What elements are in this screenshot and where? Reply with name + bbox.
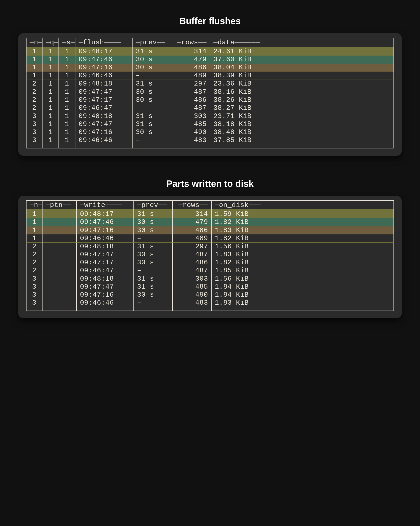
cell-n: 1 (26, 209, 42, 218)
cell-q: 1 (42, 136, 59, 144)
cell-n: 1 (26, 226, 42, 234)
cell-prev: 31 s (134, 275, 173, 283)
cell-on_disk: 1.84 KiB (212, 283, 394, 291)
cell-on_disk: 1.59 KiB (212, 209, 394, 218)
cell-flush: 09:48:18 (75, 112, 133, 120)
cell-rows: 485 (173, 283, 212, 291)
cell-write: 09:46:47 (77, 267, 134, 275)
cell-on_disk: 1.84 KiB (212, 291, 394, 299)
cell-q: 1 (42, 64, 59, 71)
section-title-parts: Parts written to disk (18, 179, 402, 189)
cell-rows: 314 (171, 47, 210, 56)
cell-s: 1 (59, 96, 75, 104)
table-footer-cell (77, 307, 134, 311)
cell-on_disk: 1.83 KiB (212, 251, 394, 259)
cell-rows: 487 (171, 88, 210, 96)
table-footer-cell (42, 307, 77, 311)
cell-s: 1 (59, 56, 75, 64)
cell-prev: – (134, 267, 173, 275)
cell-s: 1 (59, 128, 75, 136)
cell-data: 37.85 KiB (210, 136, 394, 144)
cell-flush: 09:47:46 (75, 56, 133, 64)
cell-data: 38.04 KiB (210, 64, 394, 71)
cell-n: 2 (26, 88, 42, 96)
cell-data: 23.36 KiB (210, 80, 394, 88)
cell-n: 1 (26, 234, 42, 243)
cell-data: 38.16 KiB (210, 88, 394, 96)
cell-rows: 486 (173, 226, 212, 234)
table-footer-cell (26, 144, 42, 148)
cell-prev: 30 s (134, 251, 173, 259)
table-row: 109:47:1630 s4861.83 KiB (26, 226, 394, 234)
table-row: 11109:46:46–48938.39 KiB (26, 71, 394, 80)
table-row: 209:48:1831 s2971.56 KiB (26, 243, 394, 251)
cell-data: 24.61 KiB (210, 47, 394, 56)
cell-ptn (42, 251, 77, 259)
cell-n: 1 (26, 56, 42, 64)
col-header-flush: ─flush──── (75, 38, 133, 47)
cell-s: 1 (59, 104, 75, 112)
cell-on_disk: 1.56 KiB (212, 275, 394, 283)
cell-n: 1 (26, 47, 42, 56)
cell-s: 1 (59, 120, 75, 128)
cell-n: 2 (26, 80, 42, 88)
cell-n: 2 (26, 267, 42, 275)
cell-s: 1 (59, 88, 75, 96)
cell-n: 2 (26, 251, 42, 259)
col-header-prev: ─prev── (134, 200, 173, 209)
cell-prev: 30 s (133, 88, 171, 96)
cell-prev: 31 s (134, 243, 173, 251)
cell-prev: – (134, 299, 173, 307)
col-header-n: ─n─ (26, 200, 42, 209)
cell-rows: 479 (171, 56, 210, 64)
cell-ptn (42, 234, 77, 243)
col-header-ptn: ─ptn── (42, 200, 77, 209)
cell-rows: 314 (173, 209, 212, 218)
cell-s: 1 (59, 71, 75, 80)
table-row: 109:47:4630 s4791.82 KiB (26, 218, 394, 226)
table-row: 21109:47:4730 s48738.16 KiB (26, 88, 394, 96)
cell-n: 3 (26, 299, 42, 307)
cell-flush: 09:47:16 (75, 128, 133, 136)
col-header-prev: ─prev── (133, 38, 171, 47)
cell-n: 3 (26, 112, 42, 120)
cell-data: 23.71 KiB (210, 112, 394, 120)
flushes-table: ─n──q──s──flush─────prev───rows───data──… (26, 38, 394, 148)
cell-n: 2 (26, 104, 42, 112)
cell-rows: 479 (173, 218, 212, 226)
table-row: 21109:46:47–48738.27 KiB (26, 104, 394, 112)
cell-q: 1 (42, 56, 59, 64)
cell-q: 1 (42, 112, 59, 120)
cell-n: 1 (26, 218, 42, 226)
table-footer-cell (134, 307, 173, 311)
cell-q: 1 (42, 128, 59, 136)
cell-rows: 490 (173, 291, 212, 299)
cell-on_disk: 1.82 KiB (212, 218, 394, 226)
cell-rows: 303 (171, 112, 210, 120)
table-row: 309:46:46–4831.83 KiB (26, 299, 394, 307)
table-footer-cell (75, 144, 133, 148)
table-row: 31109:47:1630 s49038.48 KiB (26, 128, 394, 136)
cell-n: 3 (26, 128, 42, 136)
table-footer-cell (133, 144, 171, 148)
parts-card: ─n──ptn───write─────prev───rows───on_dis… (18, 196, 402, 318)
cell-write: 09:47:47 (77, 283, 134, 291)
cell-ptn (42, 218, 77, 226)
cell-prev: 31 s (133, 80, 171, 88)
table-row: 31109:48:1831 s30323.71 KiB (26, 112, 394, 120)
cell-prev: 30 s (134, 291, 173, 299)
table-row: 11109:48:1731 s31424.61 KiB (26, 47, 394, 56)
cell-write: 09:46:46 (77, 234, 134, 243)
cell-flush: 09:46:46 (75, 71, 133, 80)
cell-prev: 31 s (133, 47, 171, 56)
cell-prev: 30 s (133, 96, 171, 104)
cell-write: 09:48:17 (77, 209, 134, 218)
cell-rows: 489 (173, 234, 212, 243)
col-header-write: ─write──── (77, 200, 134, 209)
table-row: 11109:47:1630 s48638.04 KiB (26, 64, 394, 71)
cell-flush: 09:47:16 (75, 64, 133, 71)
cell-on_disk: 1.83 KiB (212, 226, 394, 234)
cell-flush: 09:48:18 (75, 80, 133, 88)
table-row: 309:47:4731 s4851.84 KiB (26, 283, 394, 291)
section-title-flushes: Buffer flushes (18, 16, 402, 26)
